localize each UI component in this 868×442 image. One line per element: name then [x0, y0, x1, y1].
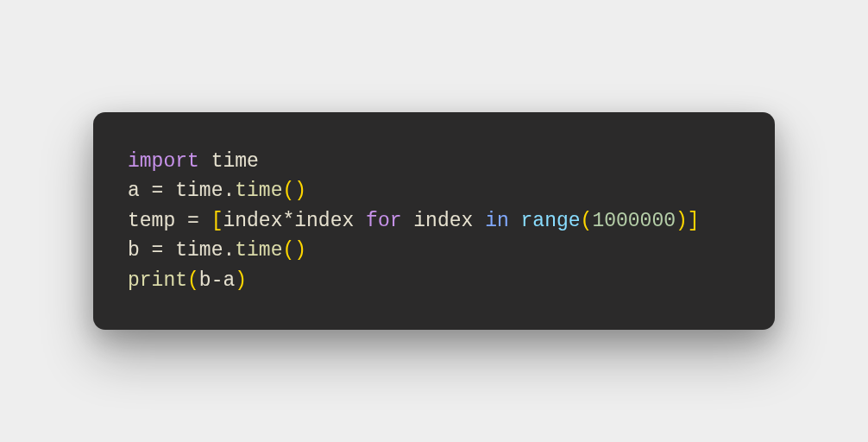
code-line-5: print(b-a): [128, 266, 740, 296]
module-name: time: [199, 150, 259, 173]
paren-open: (: [581, 210, 593, 232]
space: [509, 210, 521, 232]
loop-variable: index: [402, 210, 486, 232]
paren-close: ): [676, 210, 688, 232]
keyword-import: import: [128, 150, 199, 173]
expression-part: index: [223, 210, 282, 232]
code-block: import time a = time.time() temp = [inde…: [128, 147, 740, 296]
paren-close: ): [294, 239, 306, 262]
operator-equals: =: [152, 180, 176, 202]
keyword-in: in: [485, 210, 509, 232]
code-line-1: import time: [128, 147, 740, 177]
variable: a: [128, 180, 152, 202]
bracket-open: [: [211, 210, 223, 232]
code-card: import time a = time.time() temp = [inde…: [93, 112, 775, 331]
paren-open: (: [282, 239, 294, 262]
variable: b: [128, 239, 152, 262]
paren-open: (: [187, 269, 199, 292]
paren-open: (: [282, 180, 294, 202]
builtin-print: print: [128, 269, 187, 292]
dot-operator: .: [223, 239, 235, 262]
object-ref: time: [175, 239, 223, 262]
paren-close: ): [235, 269, 247, 292]
paren-close: ): [294, 180, 306, 202]
builtin-range: range: [521, 210, 581, 232]
operator-equals: =: [152, 239, 176, 262]
number-literal: 1000000: [592, 210, 676, 232]
operator-star: *: [282, 210, 294, 232]
code-line-4: b = time.time(): [128, 236, 740, 266]
object-ref: time: [175, 180, 223, 202]
argument: b: [199, 269, 211, 292]
argument: a: [223, 269, 235, 292]
method-name: time: [235, 239, 282, 262]
expression-part: index: [294, 210, 366, 232]
bracket-close: ]: [688, 210, 700, 232]
dot-operator: .: [223, 180, 235, 202]
code-line-2: a = time.time(): [128, 176, 740, 206]
code-line-3: temp = [index*index for index in range(1…: [128, 206, 740, 237]
keyword-for: for: [366, 210, 401, 232]
operator-equals: =: [187, 210, 211, 232]
variable: temp: [128, 210, 187, 232]
operator-minus: -: [211, 269, 223, 292]
method-name: time: [235, 180, 282, 202]
